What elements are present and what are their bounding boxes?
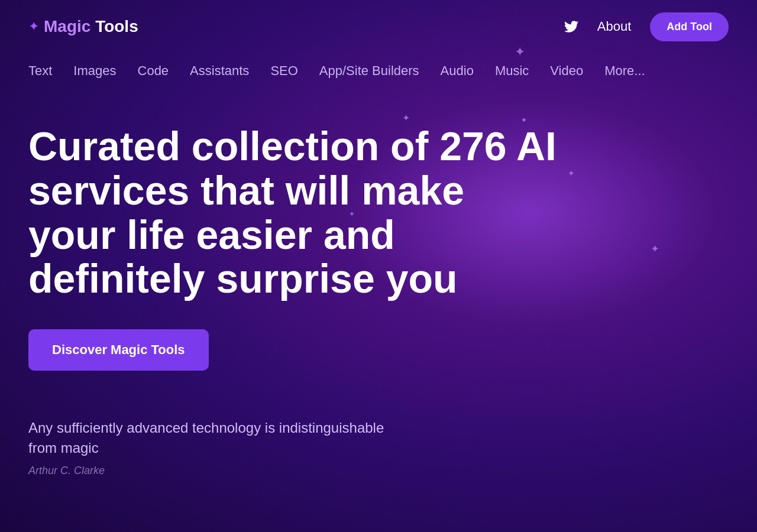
logo-text: Magic Tools [44,17,138,36]
about-link[interactable]: About [597,19,632,34]
add-tool-button[interactable]: Add Tool [650,12,729,41]
quote-section: Any sufficiently advanced technology is … [0,371,757,477]
logo-magic: Magic [44,17,90,35]
nav-video[interactable]: Video [550,63,583,79]
nav-text[interactable]: Text [28,63,52,79]
logo-tools: Tools [90,17,138,35]
sub-navigation: Text Images Code Assistants SEO App/Site… [0,53,757,89]
hero-section: Curated collection of 276 AI services th… [0,89,757,371]
nav-more[interactable]: More... [604,63,645,79]
hero-headline: Curated collection of 276 AI services th… [28,124,561,301]
quote-text: Any sufficiently advanced technology is … [28,418,395,458]
discover-button[interactable]: Discover Magic Tools [28,329,209,371]
nav-audio[interactable]: Audio [441,63,474,79]
logo-link[interactable]: ✦ Magic Tools [28,17,138,36]
logo-icon: ✦ [28,19,39,34]
header: ✦ Magic Tools About Add Tool [0,0,757,53]
twitter-link[interactable] [564,20,578,34]
nav-app-site-builders[interactable]: App/Site Builders [319,63,419,79]
nav-assistants[interactable]: Assistants [190,63,249,79]
quote-author: Arthur C. Clarke [28,465,729,477]
nav-music[interactable]: Music [495,63,529,79]
nav-code[interactable]: Code [138,63,169,79]
nav-seo[interactable]: SEO [270,63,297,79]
header-right: About Add Tool [564,12,729,41]
twitter-icon [564,20,578,34]
nav-images[interactable]: Images [73,63,116,79]
